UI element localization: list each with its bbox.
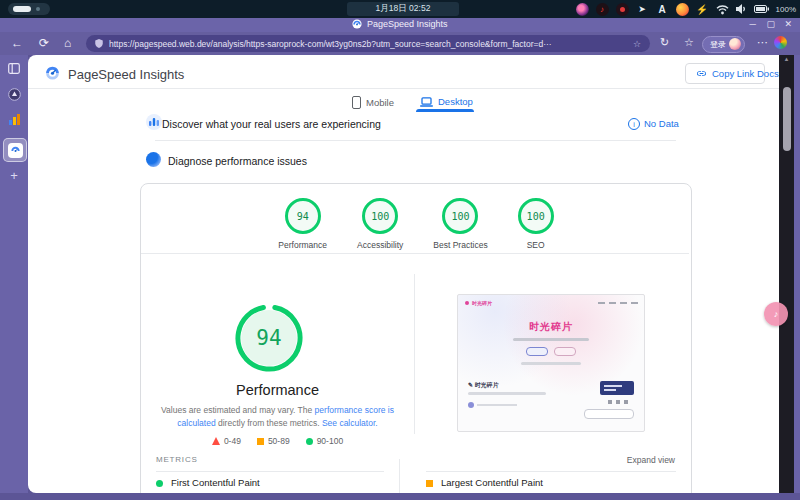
section-divider — [155, 140, 676, 141]
power-mode-icon[interactable]: ⚡ — [696, 3, 709, 16]
legend-fail: 0-49 — [212, 436, 241, 446]
active-tab-underline — [416, 109, 474, 112]
average-square-icon — [257, 438, 264, 445]
workspace-indicator[interactable] — [8, 3, 50, 15]
no-data-link[interactable]: No Data — [644, 118, 679, 129]
volume-icon[interactable] — [736, 4, 747, 14]
maximize-button[interactable]: ▢ — [766, 19, 775, 29]
desc-text: directly from these metrics. — [216, 418, 322, 428]
workspace-dot — [36, 7, 40, 11]
overflow-menu-icon[interactable]: ⋯ — [757, 36, 768, 49]
score-seo[interactable]: 100 SEO — [518, 198, 554, 250]
metrics-rule — [426, 471, 676, 472]
telegram-icon[interactable]: ➤ — [636, 3, 649, 16]
browser-tab[interactable]: PageSpeed Insights — [352, 19, 448, 29]
tab-mobile[interactable]: Mobile — [352, 96, 394, 109]
thumb-brand-text: 时光碎片 — [472, 300, 492, 306]
tab-desktop[interactable]: Desktop — [420, 96, 473, 107]
page-screenshot-thumbnail[interactable]: 时光碎片 时光碎片 ✎ 时光碎片 — [457, 294, 645, 432]
battery-percent: 100% — [776, 5, 796, 14]
link-icon — [696, 68, 707, 79]
score-summary: 94 Performance 100 Accessibility 100 Bes… — [141, 198, 691, 250]
system-tray: ♪ ➤ A ⚡ 100% — [576, 2, 796, 16]
page-content: PageSpeed Insights Copy Link Docs Mobile… — [28, 55, 779, 493]
score-label: SEO — [527, 240, 545, 250]
sidebar-tab-pagespeed[interactable] — [3, 138, 27, 162]
legend-range: 50-89 — [268, 436, 290, 446]
extension-star-icon[interactable]: ☆ — [684, 36, 694, 49]
sync-icon[interactable]: ↻ — [660, 36, 669, 49]
lcp-average-icon — [426, 480, 433, 487]
thumb-nav — [598, 302, 638, 304]
fail-triangle-icon — [212, 437, 220, 445]
lab-section-title: Diagnose performance issues — [168, 155, 307, 167]
thumb-section-title: ✎ 时光碎片 — [468, 381, 499, 390]
legend-pass: 90-100 — [306, 436, 343, 446]
url-bar[interactable]: https://pagespeed.web.dev/analysis/https… — [86, 35, 650, 52]
metrics-heading: METRICS — [156, 455, 198, 464]
avatar — [729, 38, 741, 50]
browser-app-icon[interactable] — [676, 3, 689, 16]
music-app-icon[interactable] — [576, 3, 589, 16]
metrics-rule — [156, 471, 384, 472]
thumb-hero-title: 时光碎片 — [458, 320, 644, 334]
letter-a-app-icon[interactable]: A — [656, 3, 669, 16]
wifi-icon[interactable] — [716, 4, 729, 15]
score-label: Best Practices — [433, 240, 487, 250]
thumb-post-item — [468, 402, 517, 408]
tab-desktop-label: Desktop — [438, 96, 473, 107]
back-icon[interactable]: ← — [11, 36, 23, 50]
score-performance[interactable]: 94 Performance — [278, 198, 327, 250]
sidebar-panel-icon[interactable] — [7, 63, 21, 74]
shield-icon[interactable] — [95, 39, 103, 48]
recorder-app-icon[interactable] — [616, 3, 629, 16]
pass-circle-icon — [306, 438, 313, 445]
copy-link-button[interactable]: Copy Link — [685, 63, 765, 84]
score-best-practices[interactable]: 100 Best Practices — [433, 198, 487, 250]
score-label: Accessibility — [357, 240, 403, 250]
clock[interactable]: 1月18日 02:52 — [347, 2, 459, 16]
sidebar-extension-icon[interactable] — [7, 88, 21, 101]
gauge-description: Values are estimated and may vary. The p… — [157, 404, 398, 430]
desc-text: Values are estimated and may vary. The — [161, 405, 315, 415]
colorwheel-extension-icon[interactable] — [774, 36, 787, 49]
tab-title-text: PageSpeed Insights — [367, 19, 448, 29]
thumb-search-box — [584, 409, 634, 419]
info-icon[interactable]: i — [628, 118, 640, 130]
thumb-logo-dot — [465, 301, 469, 305]
thumb-text-bar — [468, 392, 546, 395]
sidebar-analytics-icon[interactable] — [7, 113, 21, 125]
tab-mobile-label: Mobile — [366, 97, 394, 108]
minimize-button[interactable]: ─ — [750, 19, 756, 29]
metrics-column-divider — [399, 459, 400, 493]
bookmark-star-icon[interactable]: ☆ — [633, 39, 641, 49]
media-app-icon[interactable]: ♪ — [596, 3, 609, 16]
system-bar: 1月18日 02:52 ♪ ➤ A ⚡ 100% — [0, 0, 800, 18]
battery-icon[interactable] — [754, 5, 769, 13]
scrollbar-thumb[interactable] — [783, 87, 791, 151]
card-vertical-divider — [414, 274, 415, 434]
see-calculator-link[interactable]: See calculator. — [322, 418, 378, 428]
score-ring: 100 — [442, 198, 478, 234]
home-icon[interactable]: ⌂ — [64, 36, 71, 50]
thumb-badge-card — [600, 381, 634, 395]
new-tab-plus-icon[interactable]: + — [0, 168, 28, 183]
close-button[interactable]: ✕ — [784, 19, 792, 29]
thumb-buttons — [458, 347, 644, 356]
url-text[interactable]: https://pagespeed.web.dev/analysis/https… — [109, 39, 627, 49]
legend-range: 90-100 — [317, 436, 343, 446]
mobile-phone-icon — [352, 96, 361, 109]
metric-lcp-name: Largest Contentful Paint — [441, 477, 543, 488]
docs-link[interactable]: Docs — [757, 68, 779, 79]
reload-icon[interactable]: ⟳ — [39, 36, 49, 50]
thumb-text-bar — [521, 362, 581, 365]
login-account-button[interactable]: 登录 — [702, 36, 745, 53]
scrollbar-up-arrow[interactable]: ▲ — [779, 56, 794, 62]
metric-lcp-value: 1.0 s — [441, 490, 483, 493]
expand-view-button[interactable]: Expand view — [627, 455, 675, 465]
score-accessibility[interactable]: 100 Accessibility — [357, 198, 403, 250]
floating-widget[interactable]: ♪ — [764, 302, 788, 326]
thumb-social-icons — [608, 400, 628, 404]
diagnose-icon — [146, 152, 161, 167]
real-users-icon — [146, 114, 162, 130]
